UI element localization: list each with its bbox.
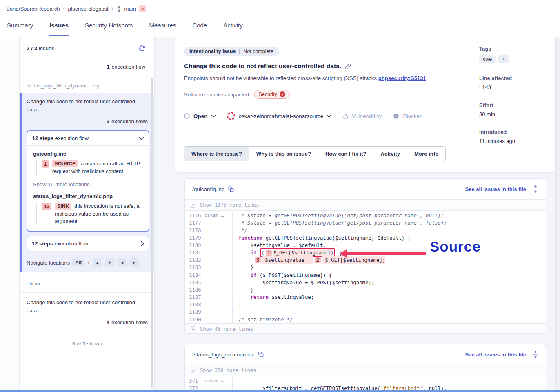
- line-number[interactable]: 1181: [185, 249, 204, 256]
- page-scrollbar[interactable]: [555, 37, 560, 392]
- sidebar-scrollbar[interactable]: [151, 78, 153, 388]
- issue-card[interactable]: Change this code to not reflect user-con…: [20, 293, 154, 332]
- nav-tab-issues[interactable]: Issues: [49, 18, 69, 36]
- tab-where-is-the-issue[interactable]: Where is the issue?: [184, 146, 249, 161]
- code-line[interactable]: 1185 $settingvalue = $_POST[$settingname…: [185, 279, 546, 286]
- breadcrumb-project[interactable]: pfsense-blogpost: [68, 6, 109, 12]
- code-line[interactable]: 1183 }: [185, 264, 546, 271]
- line-number[interactable]: 1176: [185, 212, 204, 219]
- flow-panel-header[interactable]: 12 steps execution flow: [27, 131, 149, 146]
- copy-icon[interactable]: [258, 352, 264, 357]
- code-lines[interactable]: 371oskar.…372 $filtersubmit = getGETPOST…: [185, 376, 546, 392]
- code-line[interactable]: 1190/* set timezone */: [185, 316, 546, 323]
- top-header: SonarSourceResearch › pfsense-blogpost ›…: [0, 0, 560, 36]
- code-line[interactable]: 1176oskar.… * $state = getGETPOSTsetting…: [185, 212, 546, 219]
- code-line[interactable]: 1177 * $state = getGETPOSTsettingvalue('…: [185, 219, 546, 227]
- navigate-prev-button[interactable]: ◀: [117, 258, 127, 267]
- nav-tab-activity[interactable]: Activity: [222, 18, 244, 36]
- permalink-icon[interactable]: [345, 63, 351, 69]
- flow-step-badge[interactable]: 2: [315, 257, 321, 263]
- see-all-issues-link[interactable]: See all issues in this file: [465, 186, 526, 192]
- line-number[interactable]: 1185: [185, 279, 204, 286]
- assignee-dropdown[interactable]: oskar-zeinomahmalat-sonarsource: [239, 113, 324, 119]
- line-number[interactable]: 1177: [185, 219, 204, 227]
- code-lines[interactable]: 1176oskar.… * $state = getGETPOSTsetting…: [185, 211, 546, 323]
- nav-tab-measures[interactable]: Measures: [148, 18, 177, 36]
- line-number[interactable]: 1189: [185, 308, 204, 316]
- refresh-icon[interactable]: [139, 45, 145, 51]
- chevron-down-icon[interactable]: [327, 115, 331, 118]
- issue-1-flows[interactable]: ⋮ 1 execution flow: [20, 58, 154, 76]
- tab-how-can-i-fix-it[interactable]: How can I fix it?: [318, 146, 373, 161]
- file-group-label: status_logs_filter_dynamic.php: [20, 76, 154, 93]
- flow-step-badge[interactable]: 1: [266, 250, 272, 256]
- tag-chip-cwe[interactable]: cwe: [479, 55, 496, 63]
- tab-why-is-this-an-issue[interactable]: Why is this an issue?: [249, 146, 318, 161]
- execution-flow-collapsed[interactable]: 12 steps execution flow: [27, 236, 149, 251]
- copy-icon[interactable]: [228, 186, 234, 192]
- line-code: $settingvalue = $_POST[$settingname];: [232, 279, 546, 286]
- navigate-down-button[interactable]: ▼: [105, 258, 115, 267]
- line-number[interactable]: 1184: [185, 272, 204, 279]
- issue-detail-tabs: Where is the issue? Why is this an issue…: [184, 146, 446, 161]
- line-number[interactable]: 1188: [185, 301, 204, 308]
- issue-message[interactable]: Change this code to not reflect user-con…: [22, 93, 154, 115]
- show-more-lines-top[interactable]: Show 370 more lines: [185, 365, 546, 376]
- code-line[interactable]: 1184 if ($_POST[$settingname]) {: [185, 272, 546, 279]
- line-code: * $state = getGETPOSTsettingvalue('get/p…: [232, 219, 546, 227]
- code-line[interactable]: 1189: [185, 308, 546, 316]
- code-line[interactable]: 371oskar.…: [185, 377, 546, 385]
- line-number[interactable]: 1186: [185, 286, 204, 294]
- line-code: */: [232, 227, 546, 234]
- line-number[interactable]: 1178: [185, 227, 204, 234]
- issue-2-flows[interactable]: ⋮ 2 execution flows: [22, 115, 154, 127]
- tab-activity[interactable]: Activity: [373, 146, 407, 161]
- navigate-up-button[interactable]: ▲: [93, 258, 102, 267]
- line-number[interactable]: 1190: [185, 316, 204, 323]
- flows-icon: ⋮: [99, 319, 104, 325]
- flow-step-source[interactable]: 1 SOURCEa user can craft an HTTP request…: [42, 160, 143, 176]
- close-branch-button[interactable]: ×: [139, 5, 146, 12]
- flow-file-1: guiconfig.inc: [33, 151, 143, 157]
- expand-file-icon[interactable]: [533, 185, 538, 193]
- nav-tab-code[interactable]: Code: [191, 18, 208, 36]
- line-number[interactable]: 1180: [185, 242, 204, 249]
- open-status-icon: [184, 113, 190, 119]
- code-line[interactable]: 1188}: [185, 301, 546, 308]
- line-author: oskar.…: [204, 377, 232, 385]
- issue-location-box[interactable]: (1$_GET[$settingname]): [260, 248, 335, 257]
- chevron-down-icon[interactable]: [211, 115, 216, 118]
- expand-file-icon[interactable]: [533, 351, 538, 358]
- breadcrumb-branch[interactable]: main: [124, 6, 136, 12]
- nav-tab-security-hotspots[interactable]: Security Hotspots: [84, 18, 134, 36]
- show-more-locations-link[interactable]: Show 10 more locations: [33, 181, 90, 187]
- status-dropdown[interactable]: Open: [193, 113, 208, 119]
- nav-tab-summary[interactable]: Summary: [6, 18, 34, 36]
- selected-issue-card[interactable]: Change this code to not reflect user-con…: [20, 93, 154, 272]
- show-more-lines-bottom[interactable]: Show 46 more lines: [185, 323, 546, 334]
- code-line[interactable]: 1178 */: [185, 227, 546, 234]
- flow-count: 2: [107, 118, 109, 125]
- security-quality-pill[interactable]: Security: [254, 90, 290, 99]
- line-number[interactable]: 1182: [185, 256, 204, 264]
- code-line[interactable]: 1187 return $settingvalue;: [185, 294, 546, 301]
- breadcrumb-org[interactable]: SonarSourceResearch: [6, 6, 60, 12]
- line-number[interactable]: 1183: [185, 264, 204, 271]
- code-line[interactable]: 1179function getGETPOSTsettingvalue($set…: [185, 234, 546, 242]
- tab-more-info[interactable]: More info: [407, 146, 446, 161]
- add-tag-button[interactable]: +: [498, 55, 508, 63]
- navigate-next-button[interactable]: ▶: [129, 258, 139, 267]
- rule-link[interactable]: phpsecurity:S5131: [378, 75, 426, 81]
- code-line[interactable]: 1180 $settingvalue = $default;: [185, 242, 546, 249]
- flow-label: execution flows: [111, 319, 148, 325]
- show-more-lines-top[interactable]: Show 1175 more lines: [185, 199, 546, 211]
- code-line[interactable]: 1186 }: [185, 286, 546, 294]
- line-number[interactable]: 1187: [185, 294, 204, 301]
- see-all-issues-link[interactable]: See all issues in this file: [465, 352, 526, 358]
- line-number[interactable]: 371: [185, 377, 204, 385]
- issue-3-flows[interactable]: ⋮ 4 execution flows: [27, 319, 148, 325]
- line-number[interactable]: 1179: [185, 234, 204, 242]
- issue-message[interactable]: Change this code to not reflect user-con…: [27, 298, 148, 314]
- flow-step-sink[interactable]: 12 SINKthis invocation is not safe; a ma…: [42, 203, 143, 226]
- flow-step-badge[interactable]: 3: [255, 257, 261, 263]
